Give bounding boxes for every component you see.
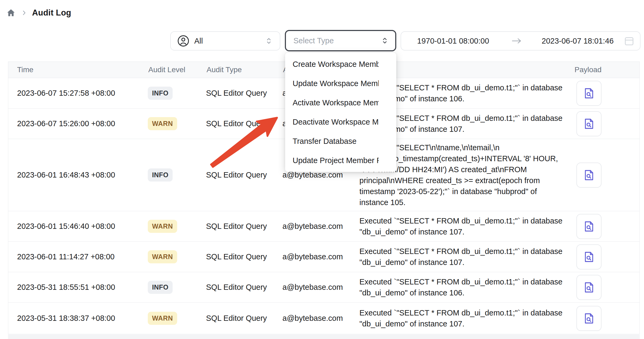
person-circle-icon xyxy=(177,35,189,47)
cell-time: 2023-05-31 18:55:51 +08:00 xyxy=(17,272,115,302)
cell-comment: Executed `"SELECT * FROM db_ui_demo.t1;"… xyxy=(359,211,576,241)
dropdown-menu-item[interactable]: Activate Workspace Member xyxy=(285,93,396,112)
file-search-icon xyxy=(583,312,595,325)
cell-time: 2023-05-31 18:38:37 +08:00 xyxy=(17,303,115,334)
cell-actor: a@bytebase.com xyxy=(282,242,343,272)
cell-audit-type: SQL Editor Query xyxy=(206,303,267,334)
cell-time: 2023-06-07 15:26:00 +08:00 xyxy=(17,109,115,139)
table-row: 2023-06-01 11:14:27 +08:00 WARN SQL Edit… xyxy=(8,242,639,272)
type-filter-dropdown-menu: Create Workspace Member Update Workspace… xyxy=(285,53,396,172)
table-row: 2023-05-31 18:38:37 +08:00 WARN SQL Edit… xyxy=(8,303,639,334)
table-row: 2023-06-01 15:46:40 +08:00 WARN SQL Edit… xyxy=(8,211,639,242)
dropdown-menu-item[interactable]: Update Workspace Member xyxy=(285,74,396,93)
payload-view-button[interactable] xyxy=(576,81,602,106)
arrow-right-icon xyxy=(511,37,522,45)
dropdown-menu-item[interactable]: Deactivate Workspace Member xyxy=(285,112,396,132)
cell-audit-level: WARN xyxy=(148,303,177,334)
cell-audit-level: WARN xyxy=(148,109,177,139)
file-search-icon xyxy=(583,281,595,294)
date-range-picker[interactable]: 1970-01-01 08:00:00 2023-06-07 18:01:46 xyxy=(401,31,641,51)
cell-audit-level: WARN xyxy=(148,211,177,241)
payload-view-button[interactable] xyxy=(576,111,602,136)
payload-view-button[interactable] xyxy=(576,306,602,331)
payload-view-button[interactable] xyxy=(576,244,602,269)
cell-actor: a@bytebase.com xyxy=(282,272,343,302)
cell-audit-type: SQL Editor Query xyxy=(206,139,267,211)
column-header-time: Time xyxy=(17,62,33,78)
file-search-icon xyxy=(583,169,595,182)
cell-audit-type: SQL Editor Query xyxy=(206,109,267,139)
audit-level-badge: INFO xyxy=(148,281,173,294)
audit-log-page: Audit Log All Select Type 1970- xyxy=(0,0,644,339)
cell-audit-level: INFO xyxy=(148,139,173,211)
dropdown-menu-item[interactable]: Transfer Database xyxy=(285,132,396,151)
dropdown-menu-item[interactable]: Update Project Member Role xyxy=(285,151,396,170)
audit-level-badge: WARN xyxy=(148,117,177,130)
table-footer-strip xyxy=(8,334,640,339)
calendar-icon[interactable] xyxy=(623,35,635,47)
cell-audit-type: SQL Editor Query xyxy=(206,242,267,272)
cell-time: 2023-06-07 15:27:58 +08:00 xyxy=(17,78,115,108)
audit-level-badge: WARN xyxy=(148,312,177,325)
payload-view-button[interactable] xyxy=(576,275,602,300)
file-search-icon xyxy=(583,117,595,130)
cell-audit-level: INFO xyxy=(148,78,173,108)
audit-level-badge: INFO xyxy=(148,87,173,100)
cell-time: 2023-06-01 11:14:27 +08:00 xyxy=(17,242,115,272)
type-filter-placeholder: Select Type xyxy=(293,36,334,45)
type-filter-select[interactable]: Select Type xyxy=(285,30,396,51)
select-chevrons-icon xyxy=(265,36,272,45)
file-search-icon xyxy=(583,220,595,233)
cell-actor: a@bytebase.com xyxy=(282,211,343,241)
cell-audit-level: INFO xyxy=(148,272,173,302)
column-header-audit-type: Audit Type xyxy=(207,62,242,78)
actor-filter-select[interactable]: All xyxy=(170,31,280,51)
date-range-start[interactable]: 1970-01-01 08:00:00 xyxy=(417,32,489,50)
cell-comment: Executed `"SELECT * FROM db_ui_demo.t1;"… xyxy=(359,272,576,302)
breadcrumb: Audit Log xyxy=(6,7,71,19)
table-row: 2023-05-31 18:55:51 +08:00 INFO SQL Edit… xyxy=(8,272,639,303)
dropdown-menu-item[interactable]: Create Workspace Member xyxy=(285,55,396,74)
file-search-icon xyxy=(583,251,595,263)
payload-view-button[interactable] xyxy=(576,214,602,239)
audit-level-badge: WARN xyxy=(148,250,177,263)
cell-audit-type: SQL Editor Query xyxy=(206,78,267,108)
payload-view-button[interactable] xyxy=(576,163,602,188)
cell-time: 2023-06-01 16:48:43 +08:00 xyxy=(17,139,115,211)
audit-level-badge: INFO xyxy=(148,168,173,182)
audit-level-badge: WARN xyxy=(148,220,177,233)
cell-time: 2023-06-01 15:46:40 +08:00 xyxy=(17,211,115,241)
file-search-icon xyxy=(583,87,595,100)
date-range-end[interactable]: 2023-06-07 18:01:46 xyxy=(542,32,614,50)
cell-comment: Executed `"SELECT * FROM db_ui_demo.t1;"… xyxy=(359,303,576,334)
column-header-payload: Payload xyxy=(575,62,602,78)
home-icon[interactable] xyxy=(6,8,16,18)
cell-audit-level: WARN xyxy=(148,242,177,272)
page-title: Audit Log xyxy=(32,8,71,18)
cell-actor: a@bytebase.com xyxy=(282,303,343,334)
cell-comment: Executed `"SELECT * FROM db_ui_demo.t1;"… xyxy=(359,242,576,272)
cell-audit-type: SQL Editor Query xyxy=(206,272,267,302)
cell-audit-type: SQL Editor Query xyxy=(206,211,267,241)
column-header-audit-level: Audit Level xyxy=(148,62,185,78)
actor-filter-value: All xyxy=(194,37,203,45)
select-chevrons-icon xyxy=(381,36,388,45)
chevron-right-icon xyxy=(20,9,28,17)
